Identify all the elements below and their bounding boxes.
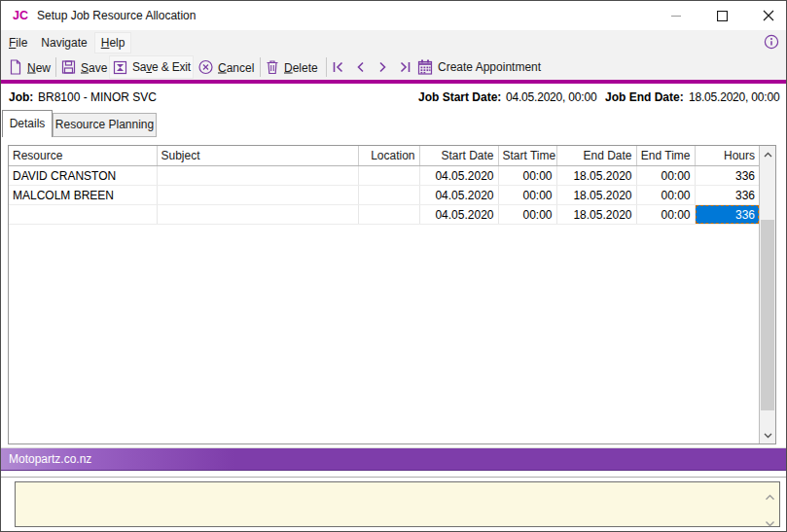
cell-start-date[interactable]: 04.05.2020 [419,186,498,205]
notes-field[interactable] [15,481,780,527]
table-row: DAVID CRANSTON04.05.202000:0018.05.20200… [9,166,759,186]
cell-location[interactable] [358,186,419,205]
maximize-button[interactable] [699,1,745,30]
cell-start-date[interactable]: 04.05.2020 [419,205,498,225]
job-info-bar: Job: BR8100 - MINOR SVC Job Start Date: … [1,84,786,110]
cancel-button-label: Cancel [218,60,254,74]
cell-resource[interactable]: DAVID CRANSTON [9,166,157,186]
column-header-hours[interactable]: Hours [695,146,759,166]
menu-file[interactable]: File [2,32,34,53]
close-icon [763,10,774,21]
cell-hours[interactable]: 336 [695,186,759,205]
cancel-button[interactable]: Cancel [197,59,254,76]
tab-details[interactable]: Details [2,110,53,137]
delete-button-label: Delete [284,60,318,74]
first-record-button[interactable] [331,60,345,75]
job-start-date-value: 04.05.2020, 00:00 [506,90,596,104]
create-appointment-label: Create Appointment [438,60,541,74]
resource-table: ResourceSubjectLocationStart DateStart T… [8,145,776,444]
menu-navigate[interactable]: Navigate [34,32,93,53]
save-button-label: Save [81,60,107,74]
column-header-location[interactable]: Location [358,146,419,166]
cell-start-date[interactable]: 04.05.2020 [419,166,498,186]
delete-button[interactable]: Delete [265,59,318,76]
previous-record-button[interactable] [354,60,367,75]
column-header-end-date[interactable]: End Date [556,146,636,166]
previous-record-icon [354,60,367,75]
job-value: BR8100 - MINOR SVC [38,90,157,104]
last-record-icon [398,60,412,75]
info-icon [764,34,779,50]
column-header-resource[interactable]: Resource [9,146,157,166]
cell-end-time[interactable]: 00:00 [636,205,695,225]
cell-hours[interactable]: 336 [695,166,759,186]
minimize-button[interactable] [654,1,699,30]
cell-location[interactable] [358,205,419,225]
tab-resource-planning[interactable]: Resource Planning [53,113,157,137]
info-button[interactable] [764,34,779,50]
cell-resource[interactable] [9,205,157,225]
cell-subject[interactable] [157,205,358,225]
delete-icon [265,59,280,76]
company-name: Motopartz.co.nz [9,452,91,466]
cell-subject[interactable] [157,166,358,186]
column-header-end-time[interactable]: End Time [636,146,695,166]
window-controls [654,1,787,30]
cell-start-time[interactable]: 00:00 [498,205,556,225]
cell-end-time[interactable]: 00:00 [636,186,695,205]
scroll-up-icon[interactable] [760,146,775,162]
new-document-icon [8,59,23,76]
notes-scroll-down-icon[interactable] [765,514,776,521]
new-button[interactable]: New [8,59,51,76]
next-record-button[interactable] [376,60,389,75]
job-start-date-label: Job Start Date: [418,90,501,104]
status-bar: Motopartz.co.nz [1,448,786,471]
app-logo: JC [13,9,28,22]
resource-table-content: ResourceSubjectLocationStart DateStart T… [9,146,759,443]
next-record-icon [376,60,389,75]
menu-bar: File Navigate Help [1,30,786,54]
window: JC Setup Job Resource Allocation File Na… [0,0,787,532]
notes-scroll-up-icon[interactable] [765,487,776,495]
table-row: 04.05.202000:0018.05.202000:00336 [9,205,759,225]
calendar-icon [416,58,434,76]
scrollbar-thumb[interactable] [761,220,774,410]
menu-help[interactable]: Help [94,32,132,53]
scroll-down-icon[interactable] [760,427,775,443]
cell-resource[interactable]: MALCOLM BREEN [9,186,157,205]
footer-divider [1,477,786,478]
selected-cell-hours[interactable]: 336 [695,205,759,225]
toolbar-separator [260,57,261,77]
cell-location[interactable] [358,166,419,186]
cell-end-date[interactable]: 18.05.2020 [556,166,636,186]
title-bar: JC Setup Job Resource Allocation [1,1,786,30]
cell-end-date[interactable]: 18.05.2020 [556,186,636,205]
cell-end-date[interactable]: 18.05.2020 [556,205,636,225]
toolbar: New Save Save & Exit Cancel [1,54,786,80]
cell-subject[interactable] [157,186,358,205]
job-end-date-value: 18.05.2020, 00:00 [689,90,779,104]
create-appointment-button[interactable]: Create Appointment [416,58,541,76]
first-record-icon [331,60,345,75]
column-header-subject[interactable]: Subject [157,146,358,166]
table-row: MALCOLM BREEN04.05.202000:0018.05.202000… [9,186,759,205]
save-exit-button[interactable]: Save & Exit [109,55,194,79]
maximize-icon [717,11,728,21]
table-vertical-scrollbar[interactable] [759,146,775,443]
close-button[interactable] [745,1,787,30]
save-exit-icon [112,59,128,76]
cell-start-time[interactable]: 00:00 [498,186,556,205]
last-record-button[interactable] [398,60,412,75]
column-header-start-time[interactable]: Start Time [498,146,556,166]
new-button-label: New [27,60,51,74]
window-title: Setup Job Resource Allocation [37,9,196,22]
cancel-icon [197,59,214,76]
toolbar-separator [326,57,327,77]
save-exit-button-label: Save & Exit [132,60,191,74]
minimize-icon [671,11,682,21]
cell-start-time[interactable]: 00:00 [498,166,556,186]
save-button[interactable]: Save [60,59,107,76]
toolbar-separator [55,57,56,77]
column-header-start-date[interactable]: Start Date [419,146,498,166]
cell-end-time[interactable]: 00:00 [636,166,695,186]
